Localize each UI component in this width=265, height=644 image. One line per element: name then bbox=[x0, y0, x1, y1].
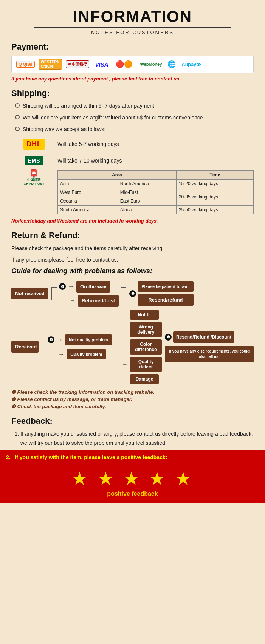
visa-logo: VISA bbox=[93, 60, 110, 68]
note-item-2: ❷ Please contact us by message, or trade… bbox=[11, 396, 254, 402]
resend-refund-discount-box: Resend/Refund /Discount bbox=[173, 331, 234, 343]
feedback-section: Feedback: If anything make you unsatisfi… bbox=[11, 416, 254, 448]
table-cell: Asia bbox=[58, 180, 118, 188]
feedback-item-2-text: If you satisfy with the item, please lea… bbox=[15, 454, 167, 460]
recv-outcome-top: ❷ Resend/Refund /Discount bbox=[165, 331, 254, 343]
dhl-row: DHL Will take 5-7 working days bbox=[15, 137, 254, 151]
wrong-delivery-box: Wrong delivery bbox=[130, 322, 162, 337]
color-diff-row: → Color difference bbox=[121, 339, 162, 355]
table-cell: 15-20 working days bbox=[176, 180, 253, 188]
wrong-delivery-row: → Wrong delivery bbox=[121, 322, 162, 337]
table-cell: Mid-East bbox=[118, 188, 176, 197]
positive-feedback-label: positive feedback bbox=[0, 491, 265, 497]
not-quality-row: ❸ → Not quality problem bbox=[48, 334, 112, 345]
nr-branches: ❶ → On the way → Returned/Lost bbox=[59, 281, 119, 307]
payment-section: Payment: Q QIWI WESTERNUNION ⊕ 中国银行 VISA… bbox=[11, 42, 254, 82]
color-difference-box: Color difference bbox=[130, 339, 162, 355]
special-note-box: If you have any else requirements, you c… bbox=[165, 346, 254, 362]
bullet-icon-3 bbox=[15, 127, 20, 131]
payment-title: Payment: bbox=[11, 42, 254, 52]
arrow-wd: → bbox=[122, 326, 128, 333]
page-wrapper: INFORMATION NOTES FOR CUSTOMERS Payment:… bbox=[0, 0, 265, 447]
feedback-item-1: If anything make you unsatisfied or angr… bbox=[20, 430, 254, 448]
table-header-area: Area bbox=[58, 171, 177, 180]
received-flow: Received ❸ → Not quality problem bbox=[11, 310, 254, 384]
table-row: South America Africa 35-50 working days bbox=[58, 206, 254, 214]
shipping-carriers: DHL Will take 5-7 working days EMS Will … bbox=[11, 137, 254, 214]
table-cell: 20-35 working days bbox=[176, 188, 253, 206]
mastercard-logo: 🔴🟠 bbox=[114, 59, 134, 69]
bracket-svg-recv-right bbox=[113, 322, 119, 372]
nr-outcomes: Please be patient to wait Resend/refund bbox=[138, 281, 194, 306]
guide-title: Guide for dealing with problems as follo… bbox=[11, 267, 254, 275]
stars-display: ★ ★ ★ ★ ★ bbox=[0, 468, 265, 489]
bracket-svg-nr-right bbox=[120, 280, 128, 307]
table-header-time: Time bbox=[176, 171, 253, 180]
payment-logos: Q QIWI WESTERNUNION ⊕ 中国银行 VISA 🔴🟠 WebMo… bbox=[11, 56, 254, 73]
chinapost-logo: 📮 中国邮政CHINA POST bbox=[23, 169, 44, 186]
nr-branch-returned: → Returned/Lost bbox=[59, 295, 119, 307]
arrow-recv-2: → bbox=[58, 351, 64, 358]
feedback-title: Feedback: bbox=[11, 416, 254, 426]
table-row: West Euro Mid-East 20-35 working days bbox=[58, 188, 254, 197]
damage-row: → Damage bbox=[121, 374, 162, 384]
payment-notice: If you have any questions about payment … bbox=[11, 76, 254, 82]
stars-section: ★ ★ ★ ★ ★ positive feedback bbox=[0, 464, 265, 503]
table-cell: Africa bbox=[118, 206, 176, 214]
note-item-1: ❶ Please check the tracking information … bbox=[11, 389, 254, 395]
ems-logo: EMS bbox=[25, 156, 43, 165]
feedback-text: If anything make you unsatisfied or angr… bbox=[11, 430, 254, 448]
arrow-cd: → bbox=[122, 344, 128, 350]
chinapost-logo-box: 📮 中国邮政CHINA POST bbox=[15, 170, 53, 184]
ems-logo-box: EMS bbox=[15, 154, 53, 167]
not-quality-problem-box: Not quality problem bbox=[65, 334, 112, 345]
not-fit-box: Not fit bbox=[130, 310, 159, 320]
quality-defect-box: Quality defect bbox=[130, 357, 162, 372]
shipping-bullet-3: Shipping way we accept as follows: bbox=[15, 125, 254, 133]
quality-row: → Quality problem bbox=[48, 349, 112, 359]
table-cell: South America bbox=[58, 206, 118, 214]
please-wait-box: Please be patient to wait bbox=[138, 281, 194, 292]
dhl-logo: DHL bbox=[23, 139, 45, 150]
dhl-logo-box: DHL bbox=[15, 137, 53, 151]
table-cell: North America bbox=[118, 180, 176, 188]
damage-box: Damage bbox=[130, 374, 159, 384]
return-refund-section: Return & Refund: Please check the packag… bbox=[11, 231, 254, 409]
arrow-nr-1: → bbox=[68, 283, 74, 290]
step2-circle-nr: ❷ bbox=[129, 290, 136, 297]
arrow-qd: → bbox=[122, 361, 128, 368]
bracket-svg-nr bbox=[50, 280, 57, 307]
not-fit-row: → Not fit bbox=[121, 310, 162, 320]
not-received-flow: Not received ❶ → On the way bbox=[11, 280, 254, 307]
returned-lost-box: Returned/Lost bbox=[78, 295, 119, 307]
webmoney-globe-icon: 🌐 bbox=[167, 60, 176, 68]
header: INFORMATION NOTES FOR CUSTOMERS bbox=[11, 8, 254, 35]
note-item-3: ❸ Check the package and item carefully. bbox=[11, 404, 254, 409]
arrow-nr-2: → bbox=[70, 297, 76, 304]
shipping-title: Shipping: bbox=[11, 88, 254, 98]
table-cell: 35-50 working days bbox=[176, 206, 253, 214]
step3-circle: ❸ bbox=[48, 336, 54, 343]
shipping-notice: Notice:Holiday and Weekend are not inclu… bbox=[11, 218, 254, 224]
quality-defect-row: → Quality defect bbox=[121, 357, 162, 372]
step2-circle-recv: ❷ bbox=[165, 334, 172, 341]
nr-branch-on-the-way: ❶ → On the way bbox=[59, 281, 119, 293]
on-the-way-box: On the way bbox=[76, 281, 110, 293]
recv-problem-types: ❸ → Not quality problem → Quality proble… bbox=[48, 334, 112, 359]
return-desc-2: If any problems,please feel free to cont… bbox=[11, 255, 254, 264]
arrow-nf: → bbox=[122, 311, 128, 318]
alipay-logo: Alipay≫ bbox=[180, 61, 203, 68]
step1-circle-nr: ❶ bbox=[59, 283, 66, 290]
dhl-desc: Will take 5-7 working days bbox=[57, 141, 119, 147]
chinapost-text: 中国邮政CHINA POST bbox=[23, 178, 44, 186]
resend-refund-nr-box: Resend/refund bbox=[138, 294, 194, 306]
bracket-svg-recv bbox=[40, 322, 46, 372]
chinapost-table: Area Time Asia North America 15-20 worki… bbox=[57, 170, 254, 214]
table-row: Asia North America 15-20 working days bbox=[58, 180, 254, 188]
ems-desc: Will take 7-10 working days bbox=[57, 158, 122, 164]
feedback-highlight: 2. If you satisfy with the item, please … bbox=[0, 450, 265, 464]
arrow-recv-1: → bbox=[57, 336, 63, 343]
feedback-item-2-number: 2. bbox=[6, 454, 13, 460]
bullet-icon-1 bbox=[15, 103, 20, 108]
shipping-bullets: Shipping will be arranged within 5- 7 da… bbox=[11, 102, 254, 133]
